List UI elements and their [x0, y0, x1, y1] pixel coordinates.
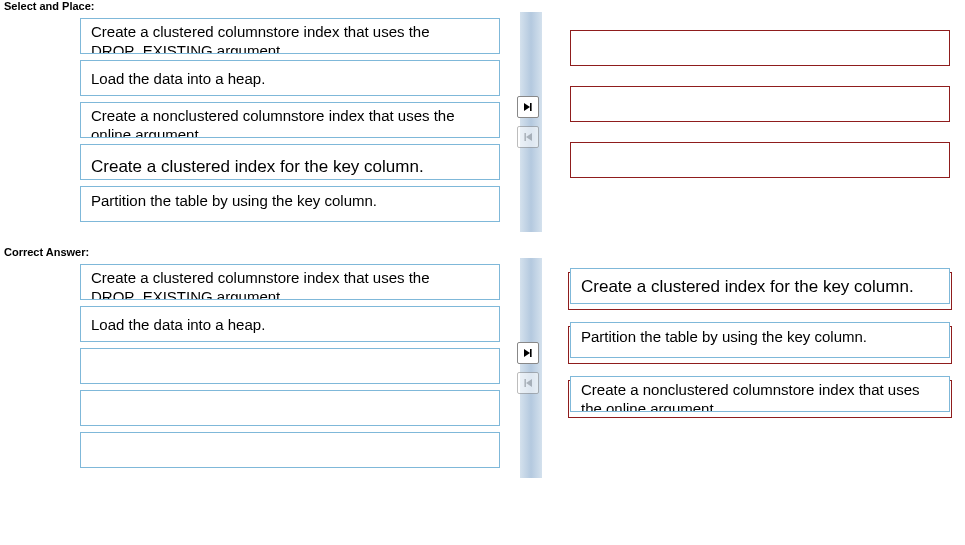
- source-list: Create a clustered columnstore index tha…: [80, 12, 500, 232]
- source-item-empty[interactable]: [80, 390, 500, 426]
- transfer-controls: [500, 258, 555, 478]
- answer-target-list: Create a clustered index for the key col…: [555, 258, 950, 478]
- svg-rect-3: [524, 379, 526, 387]
- move-left-icon: [523, 374, 533, 392]
- target-slot[interactable]: [570, 142, 950, 178]
- answer-source-list: Create a clustered columnstore index tha…: [80, 258, 500, 478]
- select-and-place-label: Select and Place:: [4, 0, 965, 12]
- source-item[interactable]: Create a clustered columnstore index tha…: [80, 18, 500, 54]
- source-item[interactable]: Create a clustered columnstore index tha…: [80, 264, 500, 300]
- correct-answer-panel: Create a clustered columnstore index tha…: [80, 258, 950, 478]
- move-right-icon: [523, 98, 533, 116]
- source-item[interactable]: Partition the table by using the key col…: [80, 186, 500, 222]
- select-and-place-panel: Create a clustered columnstore index tha…: [80, 12, 950, 232]
- svg-rect-0: [530, 103, 532, 111]
- correct-answer-label: Correct Answer:: [4, 246, 965, 258]
- target-slot[interactable]: [570, 30, 950, 66]
- move-right-button[interactable]: [517, 342, 539, 364]
- move-right-icon: [523, 344, 533, 362]
- source-item-empty[interactable]: [80, 348, 500, 384]
- answer-item[interactable]: Create a nonclustered columnstore index …: [570, 376, 950, 412]
- answer-slot: Create a nonclustered columnstore index …: [570, 376, 950, 412]
- move-right-button[interactable]: [517, 96, 539, 118]
- answer-slot: Partition the table by using the key col…: [570, 322, 950, 358]
- transfer-controls: [500, 12, 555, 232]
- source-item[interactable]: Load the data into a heap.: [80, 306, 500, 342]
- target-slot[interactable]: [570, 86, 950, 122]
- move-left-button[interactable]: [517, 372, 539, 394]
- answer-item[interactable]: Create a clustered index for the key col…: [570, 268, 950, 304]
- svg-rect-1: [524, 133, 526, 141]
- source-item[interactable]: Create a nonclustered columnstore index …: [80, 102, 500, 138]
- target-list: [555, 12, 950, 232]
- svg-rect-2: [530, 349, 532, 357]
- source-item[interactable]: Load the data into a heap.: [80, 60, 500, 96]
- move-left-button[interactable]: [517, 126, 539, 148]
- answer-slot: Create a clustered index for the key col…: [570, 268, 950, 304]
- answer-item[interactable]: Partition the table by using the key col…: [570, 322, 950, 358]
- move-left-icon: [523, 128, 533, 146]
- source-item[interactable]: Create a clustered index for the key col…: [80, 144, 500, 180]
- source-item-empty[interactable]: [80, 432, 500, 468]
